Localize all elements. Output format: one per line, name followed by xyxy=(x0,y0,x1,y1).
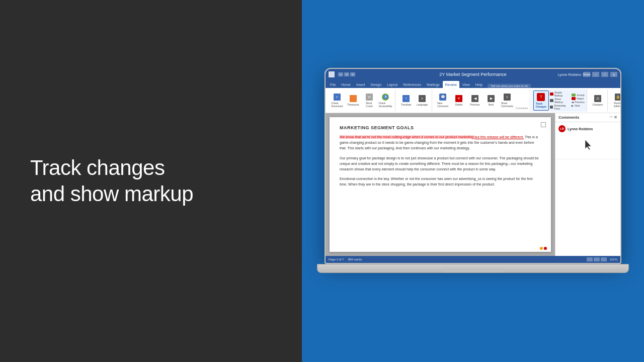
laptop: ↩ ↺ ↻ 2Y Market Segment Performance Lynn… xyxy=(325,68,621,279)
quick-access-btn[interactable]: ↩ xyxy=(338,72,343,76)
show-comments-btn[interactable]: ≡ ShowComments xyxy=(500,90,515,111)
restrict-editing-btn[interactable]: 🔒 RestrictEditing xyxy=(611,90,621,111)
title-bar: ↩ ↺ ↻ 2Y Market Segment Performance Lynn… xyxy=(326,69,620,80)
doc-paragraph-3: Emotional connection is the key. Whether… xyxy=(340,176,541,187)
headline-line1: Track changes xyxy=(30,156,165,179)
document-area: MARKETING SEGMENT GOALS We know that we'… xyxy=(326,113,620,256)
ribbon-group-proofing: ✓ CheckDocument Thesaurus W WordCount xyxy=(328,89,395,112)
show-markup-btn[interactable]: Show Markup xyxy=(550,98,570,104)
prev-comment-btn[interactable]: ◀ Previous xyxy=(467,90,482,111)
title-bar-right: Lynne Robbins Share – □ ✕ xyxy=(558,72,617,77)
check-document-btn[interactable]: ✓ CheckDocument xyxy=(330,90,345,111)
next-comment-btn[interactable]: ▶ Next xyxy=(484,90,499,111)
cursor-icon xyxy=(583,139,593,151)
new-comment-btn[interactable]: 💬 NewComment xyxy=(435,90,450,111)
tab-layout[interactable]: Layout xyxy=(384,81,400,88)
simple-markup-btn[interactable]: Simple Markup xyxy=(550,91,570,97)
doc-paragraph-1: We know that we're not the most cutting-… xyxy=(340,134,541,151)
ribbon-group-tracking: T TrackChanges Simple Markup Show Markup xyxy=(531,89,587,112)
accept-btn[interactable]: Accept xyxy=(572,94,584,97)
doc-checkbox[interactable] xyxy=(541,122,546,127)
translate-btn[interactable]: T Translate xyxy=(398,90,414,111)
comment-item: LR Lynne Robbins xyxy=(555,122,620,159)
reject-btn[interactable]: Reject xyxy=(572,97,584,100)
comments-header: Comments ⋯ ✕ xyxy=(555,113,620,122)
ribbon-tabs: File Home Insert Design Layout Reference… xyxy=(326,80,620,88)
headline-line2: and show markup xyxy=(30,182,193,206)
tab-design[interactable]: Design xyxy=(368,81,384,88)
status-page: Page 3 of 7 xyxy=(329,258,344,261)
right-panel: ↩ ↺ ↻ 2Y Market Segment Performance Lynn… xyxy=(302,0,644,362)
tab-view[interactable]: View xyxy=(460,81,472,88)
left-panel: Track changes and show markup xyxy=(0,0,302,362)
ribbon-group-language: T Translate A Language xyxy=(396,89,432,112)
ribbon-group-protect: 🔒 RestrictEditing ✏ HideInk xyxy=(609,89,621,112)
next-change-btn[interactable]: ▶ Next xyxy=(572,104,584,107)
doc-paragraph-2: Our primary goal for package design is t… xyxy=(340,155,541,172)
view-btn-1[interactable] xyxy=(587,257,593,261)
ribbon-content: ✓ CheckDocument Thesaurus W WordCount xyxy=(326,88,620,113)
word-icon xyxy=(329,71,335,77)
para2-text: Our primary goal for package design is t… xyxy=(340,156,539,171)
tab-mailings[interactable]: Mailings xyxy=(424,81,442,88)
delete-comment-btn[interactable]: ✕ Delete xyxy=(451,90,466,111)
laptop-screen: ↩ ↺ ↻ 2Y Market Segment Performance Lynn… xyxy=(325,68,621,264)
window-title: 2Y Market Segment Performance xyxy=(439,72,506,77)
share-btn[interactable]: Share xyxy=(583,72,590,77)
ribbon-group-comments: 💬 NewComment ✕ Delete ◀ Previous ▶ xyxy=(433,89,530,112)
close-btn[interactable]: ✕ xyxy=(610,72,617,77)
tab-review[interactable]: Review xyxy=(443,81,459,88)
word-app: ↩ ↺ ↻ 2Y Market Segment Performance Lynn… xyxy=(326,69,620,263)
doc-indicators xyxy=(540,247,547,250)
prev-change-btn[interactable]: ◀ Previous xyxy=(572,101,584,104)
comments-close-btn[interactable]: ✕ xyxy=(614,115,617,120)
doc-title: MARKETING SEGMENT GOALS xyxy=(340,125,541,130)
undo-btn[interactable]: ↺ xyxy=(344,72,349,76)
thesaurus-btn[interactable]: Thesaurus xyxy=(346,90,361,111)
comments-title: Comments xyxy=(558,115,579,120)
word-count-btn[interactable]: W WordCount xyxy=(362,90,377,111)
comments-settings-btn[interactable]: ⋯ xyxy=(609,115,613,120)
view-btn-2[interactable] xyxy=(594,257,600,261)
tab-help[interactable]: Help xyxy=(473,81,485,88)
reviewing-pane-btn[interactable]: Reviewing Pane xyxy=(550,104,570,110)
para3-text: Emotional connection is the key. Whether… xyxy=(340,177,533,186)
tab-insert[interactable]: Insert xyxy=(354,81,368,88)
minimize-btn[interactable]: – xyxy=(592,72,599,77)
indicator-dot-1 xyxy=(540,247,543,250)
laptop-base xyxy=(317,264,629,273)
comment-user: LR Lynne Robbins xyxy=(558,125,617,132)
tab-home[interactable]: Home xyxy=(339,81,353,88)
avatar-initials: LR xyxy=(560,127,564,130)
view-btn-3[interactable] xyxy=(601,257,607,261)
accessibility-btn[interactable]: ♿ CheckAccessibility xyxy=(378,90,393,111)
redo-btn[interactable]: ↻ xyxy=(350,72,355,76)
compare-btn[interactable]: ⚖ Compare xyxy=(590,90,605,111)
tracked-insertion: but this release will be different. xyxy=(474,135,524,139)
zoom-level: 100% xyxy=(610,258,617,261)
tab-file[interactable]: File xyxy=(328,81,338,88)
tracked-deletion: We know that we're not the most cutting-… xyxy=(340,135,474,139)
title-bar-controls: ↩ ↺ ↻ xyxy=(329,71,355,77)
status-words: 886 words xyxy=(348,258,362,261)
tab-references[interactable]: References xyxy=(400,81,424,88)
comment-username: Lynne Robbins xyxy=(568,127,593,131)
comments-panel: Comments ⋯ ✕ LR Lynne Robbins xyxy=(555,113,620,256)
comment-cursor-area xyxy=(558,134,617,156)
status-bar: Page 3 of 7 886 words 100% xyxy=(326,256,620,263)
comment-avatar: LR xyxy=(558,125,566,132)
search-box[interactable]: Tell me what you want to do xyxy=(488,84,531,88)
language-btn[interactable]: A Language xyxy=(415,90,430,111)
document-page: MARKETING SEGMENT GOALS We know that we'… xyxy=(330,117,551,252)
track-changes-btn[interactable]: T TrackChanges xyxy=(533,90,548,111)
ribbon-group-compare: ⚖ Compare xyxy=(588,89,608,112)
maximize-btn[interactable]: □ xyxy=(601,72,608,77)
indicator-dot-2 xyxy=(544,247,547,250)
headline: Track changes and show markup xyxy=(30,155,193,208)
user-name: Lynne Robbins xyxy=(558,73,581,76)
